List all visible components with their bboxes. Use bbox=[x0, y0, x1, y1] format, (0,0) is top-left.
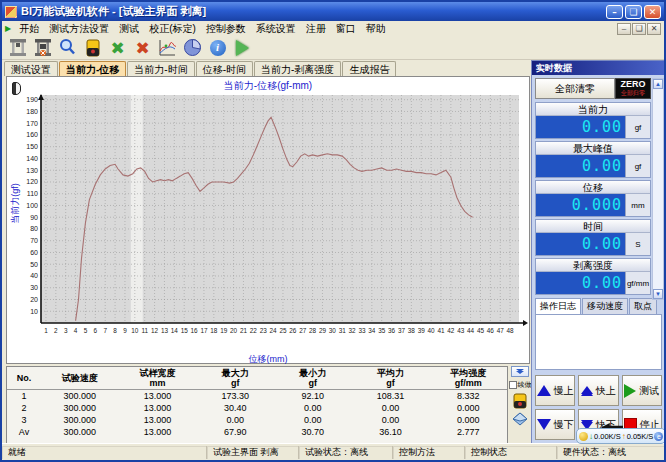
zero-all-button[interactable]: 全部清零 bbox=[535, 78, 615, 99]
tab-1[interactable]: 当前力-位移 bbox=[59, 61, 126, 76]
chart-tab-bar: 测试设置当前力-位移当前力-时间位移-时间当前力-剥离强度生成报告 bbox=[4, 61, 397, 76]
zoom-icon[interactable] bbox=[56, 37, 79, 59]
table-row[interactable]: Av300.00013.00067.9030.7036.102.777 bbox=[7, 426, 507, 438]
table-cell: 67.90 bbox=[196, 426, 274, 438]
jog-button-2[interactable]: 测试 bbox=[622, 375, 662, 406]
menu-item-4[interactable]: 控制参数 bbox=[201, 23, 251, 34]
svg-text:34: 34 bbox=[368, 327, 376, 334]
svg-text:6: 6 bbox=[94, 327, 98, 334]
y-axis-label: 当前力(gf) bbox=[9, 183, 22, 224]
menu-item-2[interactable]: 测试 bbox=[114, 23, 144, 34]
tab-5[interactable]: 生成报告 bbox=[342, 61, 396, 76]
svg-text:130: 130 bbox=[26, 167, 38, 174]
test-machine-alarm-icon[interactable] bbox=[31, 37, 54, 59]
scroll-up-icon[interactable]: ▲ bbox=[653, 79, 663, 89]
table-cell: 0.000 bbox=[429, 402, 507, 414]
jog-button-1[interactable]: 快上 bbox=[578, 375, 618, 406]
table-cell: 2.777 bbox=[429, 426, 507, 438]
minimize-icon[interactable]: – bbox=[606, 5, 623, 19]
browser-icon: e bbox=[654, 432, 663, 441]
pie-chart-icon[interactable] bbox=[181, 37, 204, 59]
network-status-icon bbox=[579, 432, 588, 441]
table-cell: 0.00 bbox=[196, 414, 274, 426]
log-tab-1[interactable]: 移动速度 bbox=[582, 298, 628, 314]
cube-icon[interactable] bbox=[512, 412, 528, 426]
svg-text:16: 16 bbox=[191, 327, 199, 334]
svg-text:90: 90 bbox=[30, 214, 38, 221]
zero-badge[interactable]: ZERO 全部归零 bbox=[615, 78, 651, 99]
jog-button-0[interactable]: 慢上 bbox=[535, 375, 575, 406]
continue-checkbox[interactable]: 续做 bbox=[509, 380, 532, 390]
calibration-card-icon[interactable] bbox=[513, 393, 527, 409]
test-machine-icon[interactable] bbox=[6, 37, 29, 59]
table-row[interactable]: 1300.00013.000173.3092.10108.318.332 bbox=[7, 389, 507, 402]
table-cell: 30.70 bbox=[274, 426, 352, 438]
calibration-card-icon[interactable] bbox=[81, 37, 104, 59]
svg-text:25: 25 bbox=[279, 327, 287, 334]
table-cell: 0.000 bbox=[429, 414, 507, 426]
menu-item-8[interactable]: 帮助 bbox=[361, 23, 391, 34]
minimize-icon[interactable]: – bbox=[617, 23, 631, 35]
curve-graph-icon[interactable] bbox=[156, 37, 179, 59]
svg-text:180: 180 bbox=[26, 108, 38, 115]
checkbox-box[interactable] bbox=[509, 381, 517, 389]
run-icon[interactable] bbox=[231, 37, 254, 59]
log-tab-0[interactable]: 操作日志 bbox=[535, 298, 581, 314]
table-header-1: 试验速度 bbox=[41, 367, 119, 389]
status-bar: 就绪试验主界面 剥离试验状态：离线控制方法控制状态硬件状态：离线 bbox=[2, 443, 664, 460]
svg-text:26: 26 bbox=[289, 327, 297, 334]
table-cell: 173.30 bbox=[196, 389, 274, 402]
display-label: 当前力 bbox=[536, 103, 650, 116]
table-row[interactable]: 2300.00013.00030.400.000.000.000 bbox=[7, 402, 507, 414]
svg-text:30: 30 bbox=[30, 284, 38, 291]
svg-text:150: 150 bbox=[26, 143, 38, 150]
green-cross-icon[interactable]: ✖ bbox=[106, 37, 129, 59]
svg-text:8: 8 bbox=[113, 327, 117, 334]
svg-text:10: 10 bbox=[131, 327, 139, 334]
log-tab-2[interactable]: 取点 bbox=[629, 298, 657, 314]
red-cross-icon[interactable]: ✖ bbox=[131, 37, 154, 59]
display-0: 当前力0.00gf bbox=[535, 102, 651, 139]
scroll-down-icon[interactable]: ▼ bbox=[653, 289, 663, 299]
menu-item-0[interactable]: 开始 bbox=[14, 23, 44, 34]
table-row[interactable]: 3300.00013.0000.000.000.000.000 bbox=[7, 414, 507, 426]
tab-0[interactable]: 测试设置 bbox=[4, 61, 58, 76]
tab-2[interactable]: 当前力-时间 bbox=[127, 61, 194, 76]
close-icon[interactable]: ✕ bbox=[644, 5, 661, 19]
menu-item-3[interactable]: 校正(标定) bbox=[144, 23, 201, 34]
force-displacement-chart: 1234567891011121314151617181920212223242… bbox=[7, 91, 529, 353]
restore-icon[interactable]: ❏ bbox=[625, 5, 642, 19]
close-icon[interactable]: ✕ bbox=[647, 23, 661, 35]
jog-button-label: 慢上 bbox=[554, 384, 574, 398]
table-cell: 13.000 bbox=[119, 414, 197, 426]
svg-text:18: 18 bbox=[210, 327, 218, 334]
svg-text:11: 11 bbox=[141, 327, 148, 334]
tab-4[interactable]: 当前力-剥离强度 bbox=[254, 61, 341, 76]
table-header-5: 平均力gf bbox=[352, 367, 430, 389]
table-header-2: 试样宽度mm bbox=[119, 367, 197, 389]
zoom-cursor-icon[interactable] bbox=[12, 82, 21, 95]
display-label: 时间 bbox=[536, 220, 650, 233]
svg-text:120: 120 bbox=[26, 178, 38, 185]
menu-item-5[interactable]: 系统设置 bbox=[251, 23, 301, 34]
collapse-chevron-icon[interactable] bbox=[511, 366, 529, 377]
menu-items: 开始测试方法设置测试校正(标定)控制参数系统设置注册窗口帮助 bbox=[14, 22, 391, 36]
menu-item-1[interactable]: 测试方法设置 bbox=[44, 23, 114, 34]
display-4: 剥离强度0.00gf/mm bbox=[535, 258, 651, 295]
svg-text:140: 140 bbox=[26, 155, 38, 162]
jog-button-3[interactable]: 慢下 bbox=[535, 409, 575, 440]
info-icon[interactable]: i bbox=[206, 37, 229, 59]
svg-text:36: 36 bbox=[388, 327, 396, 334]
network-speed-widget[interactable]: ↓ 0.00K/S ↑ 0.05K/S e bbox=[576, 428, 666, 444]
svg-text:33: 33 bbox=[358, 327, 366, 334]
panel-scrollbar[interactable]: ▲ ▼ bbox=[652, 78, 664, 300]
operation-log-box[interactable] bbox=[535, 314, 662, 370]
svg-text:20: 20 bbox=[30, 296, 38, 303]
table-header-0: No. bbox=[7, 367, 41, 389]
svg-text:29: 29 bbox=[319, 327, 327, 334]
menu-item-7[interactable]: 窗口 bbox=[331, 23, 361, 34]
menu-item-6[interactable]: 注册 bbox=[301, 23, 331, 34]
display-value: 0.000 bbox=[536, 194, 625, 216]
restore-icon[interactable]: ❏ bbox=[632, 23, 646, 35]
tab-3[interactable]: 位移-时间 bbox=[196, 61, 253, 76]
